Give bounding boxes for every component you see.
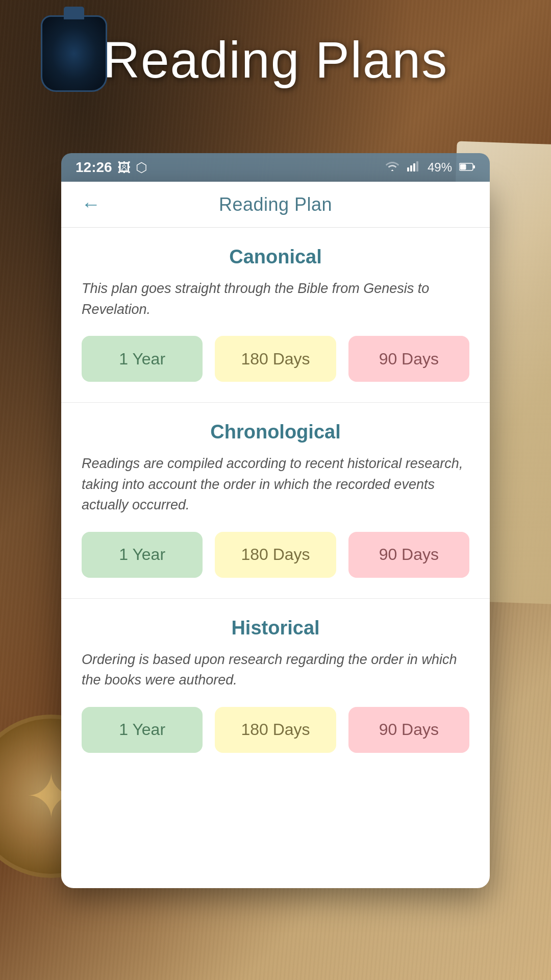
historical-180days-button[interactable]: 180 Days <box>215 707 336 753</box>
historical-btn-row: 1 Year 180 Days 90 Days <box>82 707 469 753</box>
chronological-title: Chronological <box>82 421 469 443</box>
bluetooth-icon: ⬡ <box>136 160 147 176</box>
canonical-section: Canonical This plan goes straight throug… <box>61 228 490 403</box>
chronological-1year-button[interactable]: 1 Year <box>82 532 203 578</box>
historical-description: Ordering is based upon research regardin… <box>82 649 469 691</box>
historical-1year-button[interactable]: 1 Year <box>82 707 203 753</box>
historical-90days-button[interactable]: 90 Days <box>348 707 469 753</box>
back-arrow-icon: ← <box>81 193 101 215</box>
ink-bottle-decoration <box>41 15 107 92</box>
historical-section: Historical Ordering is based upon resear… <box>61 599 490 773</box>
svg-rect-5 <box>460 164 466 170</box>
app-header-title: Reading Plan <box>219 194 332 215</box>
canonical-title: Canonical <box>82 246 469 268</box>
svg-rect-2 <box>413 163 415 172</box>
app-header: ← Reading Plan <box>61 182 490 228</box>
chronological-180days-button[interactable]: 180 Days <box>215 532 336 578</box>
svg-rect-1 <box>410 165 412 172</box>
status-right: 49% <box>385 160 475 175</box>
signal-icon <box>407 160 420 175</box>
svg-rect-6 <box>473 165 475 168</box>
canonical-btn-row: 1 Year 180 Days 90 Days <box>82 336 469 382</box>
canonical-description: This plan goes straight through the Bibl… <box>82 278 469 320</box>
svg-rect-3 <box>416 161 418 172</box>
status-time: 12:26 <box>76 159 112 176</box>
chronological-btn-row: 1 Year 180 Days 90 Days <box>82 532 469 578</box>
chronological-section: Chronological Readings are compiled acco… <box>61 403 490 599</box>
canonical-90days-button[interactable]: 90 Days <box>348 336 469 382</box>
chronological-90days-button[interactable]: 90 Days <box>348 532 469 578</box>
canonical-180days-button[interactable]: 180 Days <box>215 336 336 382</box>
app-card: ← Reading Plan Canonical This plan goes … <box>61 182 490 888</box>
battery-icon <box>459 160 475 175</box>
photo-icon: 🖼 <box>117 160 131 176</box>
canonical-1year-button[interactable]: 1 Year <box>82 336 203 382</box>
chronological-description: Readings are compiled according to recen… <box>82 453 469 516</box>
back-button[interactable]: ← <box>78 191 104 218</box>
content-area[interactable]: Canonical This plan goes straight throug… <box>61 228 490 888</box>
status-bar: 12:26 🖼 ⬡ 49% <box>61 153 490 182</box>
svg-rect-0 <box>407 167 409 172</box>
wifi-icon <box>385 160 400 175</box>
status-left: 12:26 🖼 ⬡ <box>76 159 147 176</box>
historical-title: Historical <box>82 617 469 639</box>
battery-label: 49% <box>428 160 452 175</box>
